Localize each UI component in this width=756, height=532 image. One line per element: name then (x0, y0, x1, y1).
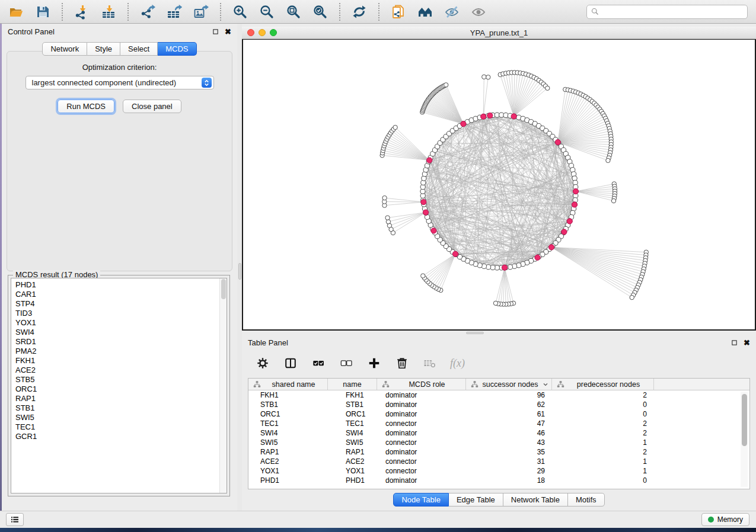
list-item[interactable]: CAR1 (15, 290, 227, 299)
table-panel: Table Panel ✖ f(x) shared namenameMCDS r… (242, 335, 756, 511)
list-item[interactable]: FKH1 (15, 356, 227, 366)
table-row[interactable]: TEC1TEC1connector472 (248, 419, 749, 428)
network-canvas[interactable] (242, 39, 756, 331)
network-graph[interactable] (243, 40, 755, 329)
zoom-in-icon (232, 4, 248, 20)
network-window-title: YPA_prune.txt_1 (242, 28, 756, 37)
table-row[interactable]: RAP1RAP1dominator352 (248, 447, 749, 457)
column-visibility-button[interactable] (283, 355, 298, 371)
columns-icon (284, 357, 297, 370)
column-header-name[interactable]: name (328, 379, 377, 390)
add-column-button[interactable] (366, 355, 382, 371)
show-all-button[interactable] (468, 2, 489, 21)
tab-network-table[interactable]: Network Table (503, 493, 568, 507)
list-item[interactable]: GCR1 (15, 432, 227, 441)
table-row[interactable]: FKH1FKH1dominator962 (248, 390, 749, 400)
select-all-rows-button[interactable] (311, 355, 326, 371)
tab-node-table[interactable]: Node Table (393, 493, 449, 507)
table-row[interactable]: ACE2ACE2connector311 (248, 457, 749, 466)
scrollbar-thumb[interactable] (221, 279, 226, 299)
list-item[interactable]: SWI5 (15, 413, 227, 422)
zoom-fit-button[interactable] (283, 2, 304, 21)
table-row[interactable]: SWI4SWI4dominator462 (248, 428, 749, 438)
close-panel-icon[interactable]: ✖ (225, 28, 231, 36)
export-network-button[interactable] (138, 2, 158, 21)
first-neighbors-button[interactable] (415, 2, 435, 21)
cell-MCDS-role: connector (377, 457, 466, 466)
list-item[interactable]: ORC1 (15, 384, 227, 394)
search-box[interactable] (586, 5, 748, 19)
clone-network-button[interactable] (388, 2, 409, 21)
run-mcds-button[interactable]: Run MCDS (58, 100, 114, 113)
list-item[interactable]: ACE2 (15, 366, 227, 375)
tab-select[interactable]: Select (120, 42, 158, 56)
float-panel-icon[interactable] (212, 28, 219, 35)
control-panel-title: Control Panel (8, 27, 55, 36)
close-panel-icon[interactable]: ✖ (744, 339, 750, 347)
cell-predecessor-nodes: 0 (552, 400, 654, 409)
column-header-predecessor-nodes[interactable]: predecessor nodes (552, 379, 654, 390)
tab-style[interactable]: Style (87, 42, 120, 56)
mcds-result-list[interactable]: PHD1CAR1STP4TID3YOX1SWI4SRD1PMA2FKH1ACE2… (11, 278, 227, 493)
column-header-MCDS-role[interactable]: MCDS role (377, 379, 466, 390)
export-table-button[interactable] (164, 2, 184, 21)
column-header-successor-nodes[interactable]: successor nodes (466, 379, 552, 390)
table-scrollbar[interactable] (741, 392, 748, 487)
cell-MCDS-role: dominator (377, 448, 466, 456)
scrollbar-thumb[interactable] (742, 394, 747, 446)
save-session-button[interactable] (33, 2, 53, 21)
list-item[interactable]: TEC1 (15, 422, 227, 432)
import-table-button[interactable] (98, 2, 119, 21)
result-list-scrollbar[interactable] (219, 278, 227, 493)
search-input[interactable] (602, 8, 744, 16)
refresh-layout-button[interactable] (349, 2, 369, 21)
list-item[interactable]: SWI4 (15, 328, 227, 337)
zoom-out-button[interactable] (257, 2, 277, 21)
horizontal-splitter[interactable] (242, 331, 756, 335)
tab-mcds[interactable]: MCDS (158, 42, 196, 56)
splitter-handle[interactable] (466, 332, 484, 334)
list-item[interactable]: TID3 (15, 309, 227, 318)
table-row[interactable]: PHD1PHD1dominator180 (248, 476, 749, 485)
first-neighbors-icon (417, 4, 433, 20)
deselect-all-rows-button[interactable] (339, 355, 354, 371)
zoom-selected-icon (312, 4, 328, 20)
memory-button[interactable]: Memory (701, 513, 749, 526)
zoom-selected-button[interactable] (310, 2, 330, 21)
list-item[interactable]: STP4 (15, 299, 227, 309)
criterion-select[interactable]: largest connected component (undirected) (25, 76, 214, 89)
table-row[interactable]: YOX1YOX1connector291 (248, 466, 749, 476)
vertical-splitter[interactable] (237, 24, 242, 511)
tab-motifs[interactable]: Motifs (568, 493, 605, 507)
open-file-icon (8, 4, 24, 20)
deselect-all-icon (340, 357, 353, 370)
table-row[interactable]: SWI5SWI5connector431 (248, 438, 749, 447)
hide-selected-button[interactable] (442, 2, 462, 21)
tab-network[interactable]: Network (42, 42, 87, 56)
list-item[interactable]: PMA2 (15, 347, 227, 356)
open-file-button[interactable] (6, 2, 26, 21)
cell-MCDS-role: dominator (377, 429, 466, 437)
delete-column-button[interactable] (394, 355, 410, 371)
float-panel-icon[interactable] (731, 339, 738, 346)
list-item[interactable]: SRD1 (15, 337, 227, 347)
cell-successor-nodes: 96 (466, 391, 552, 399)
table-row[interactable]: STB1STB1dominator620 (248, 400, 749, 409)
close-panel-button[interactable]: Close panel (123, 100, 181, 113)
table-settings-button[interactable] (255, 355, 270, 371)
list-item[interactable]: RAP1 (15, 394, 227, 403)
tab-edge-table[interactable]: Edge Table (449, 493, 503, 507)
list-item[interactable]: YOX1 (15, 318, 227, 328)
task-history-button[interactable] (6, 513, 24, 526)
table-row[interactable]: ORC1ORC1dominator610 (248, 409, 749, 419)
import-network-button[interactable] (72, 2, 92, 21)
column-header-shared-name[interactable]: shared name (248, 379, 328, 390)
zoom-in-button[interactable] (230, 2, 250, 21)
list-item[interactable]: STB1 (15, 403, 227, 413)
cell-name: SWI5 (328, 438, 377, 447)
list-item[interactable]: PHD1 (15, 280, 227, 290)
splitter-handle[interactable] (238, 263, 241, 280)
cell-shared-name: TEC1 (248, 419, 328, 428)
export-image-button[interactable] (191, 2, 211, 21)
list-item[interactable]: STB5 (15, 375, 227, 384)
